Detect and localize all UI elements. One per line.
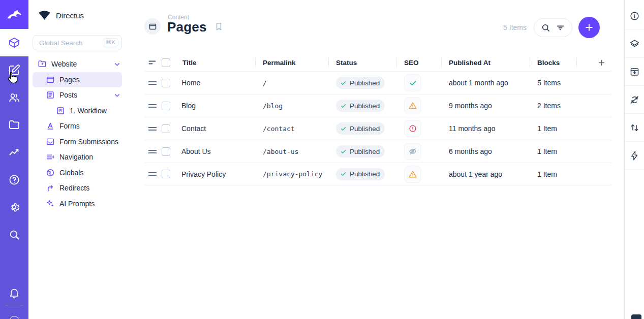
table-row[interactable]: Privacy Policy /privacy-policy Published… bbox=[144, 163, 612, 185]
module-search[interactable] bbox=[0, 221, 28, 248]
corner-up-right-arrow-icon bbox=[46, 183, 55, 193]
gear-icon bbox=[8, 201, 20, 213]
module-content[interactable] bbox=[0, 29, 28, 56]
sidebar-section-import-export[interactable] bbox=[625, 114, 644, 142]
column-header-permalink[interactable]: Permalink bbox=[255, 54, 328, 71]
module-help[interactable] bbox=[0, 166, 28, 194]
drag-handle-icon[interactable] bbox=[144, 126, 158, 131]
row-checkbox[interactable] bbox=[162, 170, 170, 178]
sidebar-item-redirects[interactable]: Redirects bbox=[33, 180, 122, 196]
item-count: 5 Items bbox=[503, 23, 527, 31]
bookmark-button[interactable] bbox=[214, 21, 224, 32]
cell-permalink: /blog bbox=[255, 102, 328, 110]
account-circle-icon[interactable] bbox=[9, 316, 19, 319]
seo-warning-icon bbox=[404, 97, 421, 114]
manual-sort-button[interactable] bbox=[144, 54, 158, 71]
search-button[interactable] bbox=[541, 23, 550, 33]
sidebar-item-label: AI Prompts bbox=[59, 200, 122, 208]
page-header: Content Pages 5 Items bbox=[144, 13, 612, 40]
help-circle-icon bbox=[8, 174, 20, 186]
sidebar-item-website[interactable]: Website bbox=[33, 56, 122, 72]
directus-app: Directus Global Search ⌘K Website Pages … bbox=[0, 0, 644, 319]
mouse-cursor bbox=[7, 72, 18, 84]
sidebar-item-label: Forms bbox=[59, 122, 122, 130]
sidebar-section-archive[interactable] bbox=[625, 58, 644, 86]
module-files[interactable] bbox=[0, 111, 28, 139]
navigation-sidebar: Directus Global Search ⌘K Website Pages … bbox=[28, 0, 130, 319]
drag-handle-icon[interactable] bbox=[144, 104, 158, 108]
sidebar-item-label: 1. Workflow bbox=[70, 107, 122, 115]
module-insights[interactable] bbox=[0, 139, 28, 166]
chevron-down-icon[interactable] bbox=[113, 91, 121, 99]
right-sidebar bbox=[624, 0, 644, 319]
notifications-button[interactable] bbox=[0, 279, 28, 307]
row-checkbox[interactable] bbox=[162, 102, 170, 110]
kanban-icon bbox=[56, 106, 65, 115]
drag-handle-icon[interactable] bbox=[144, 172, 158, 176]
sidebar-section-info[interactable] bbox=[625, 2, 644, 30]
sidebar-item-form-submissions[interactable]: Form Submissions bbox=[33, 134, 122, 149]
inbox-icon bbox=[46, 137, 55, 146]
row-checkbox[interactable] bbox=[162, 124, 170, 133]
table-row[interactable]: Blog /blog Published 9 months ago 2 Item… bbox=[144, 94, 612, 117]
sidebar-item-workflow[interactable]: 1. Workflow bbox=[33, 103, 122, 118]
cell-blocks: 1 Item bbox=[530, 170, 576, 178]
check-icon bbox=[340, 125, 347, 132]
cell-permalink: /privacy-policy bbox=[255, 170, 328, 178]
sidebar-section-layers[interactable] bbox=[625, 30, 644, 58]
check-icon bbox=[340, 103, 347, 109]
cell-title: About Us bbox=[175, 147, 255, 155]
sidebar-item-forms[interactable]: Forms bbox=[33, 118, 122, 134]
sidebar-item-posts[interactable]: Posts bbox=[33, 87, 122, 103]
info-icon bbox=[629, 11, 640, 21]
select-all-checkbox[interactable] bbox=[162, 58, 170, 67]
cell-title: Privacy Policy bbox=[175, 170, 255, 178]
collection-icon-badge bbox=[144, 18, 161, 35]
sidebar-item-ai-prompts[interactable]: AI Prompts bbox=[33, 196, 122, 211]
drag-handle-icon[interactable] bbox=[144, 149, 158, 154]
column-header-blocks[interactable]: Blocks bbox=[530, 54, 576, 71]
global-search-input[interactable]: Global Search ⌘K bbox=[33, 35, 122, 50]
column-header-title[interactable]: Title bbox=[175, 54, 255, 71]
cell-title: Blog bbox=[175, 102, 255, 110]
browser-window-icon bbox=[46, 75, 55, 84]
directus-logo[interactable] bbox=[0, 0, 28, 28]
module-users[interactable] bbox=[0, 84, 28, 111]
column-header-published-at[interactable]: Published At bbox=[441, 54, 530, 71]
sidebar-item-pages[interactable]: Pages bbox=[33, 72, 122, 87]
table-row[interactable]: Home / Published about 1 month ago 5 Ite… bbox=[144, 71, 612, 94]
column-header-seo[interactable]: SEO bbox=[396, 54, 441, 71]
filter-icon bbox=[556, 23, 565, 33]
table-row[interactable]: About Us /about-us Published 6 months ag… bbox=[144, 140, 612, 163]
global-search-placeholder: Global Search bbox=[39, 39, 99, 47]
check-icon bbox=[340, 148, 347, 155]
layers-icon bbox=[629, 39, 640, 49]
drag-handle-icon[interactable] bbox=[144, 81, 158, 85]
module-settings[interactable] bbox=[0, 194, 28, 221]
sidebar-section-flows[interactable] bbox=[625, 142, 644, 170]
cell-blocks: 1 Item bbox=[530, 147, 576, 155]
column-header-status[interactable]: Status bbox=[328, 54, 396, 71]
row-checkbox[interactable] bbox=[162, 79, 170, 87]
plus-icon bbox=[597, 58, 606, 67]
cell-published-at: 11 months ago bbox=[441, 124, 530, 133]
swap-vertical-icon bbox=[629, 122, 640, 133]
sidebar-item-globals[interactable]: Globals bbox=[33, 165, 122, 180]
sidebar-section-sync-disabled[interactable] bbox=[625, 86, 644, 114]
row-checkbox[interactable] bbox=[162, 147, 170, 156]
folder-icon bbox=[8, 119, 20, 131]
cell-blocks: 5 Items bbox=[530, 79, 576, 87]
sidebar-item-label: Globals bbox=[59, 169, 122, 177]
rabbit-logo-icon bbox=[7, 9, 22, 20]
sidebar-item-label: Redirects bbox=[59, 184, 122, 192]
add-item-button[interactable] bbox=[578, 17, 600, 38]
add-column-button[interactable] bbox=[576, 54, 612, 71]
chevron-down-icon[interactable] bbox=[113, 60, 121, 68]
sidebar-item-label: Pages bbox=[59, 76, 122, 84]
sidebar-toggle-icon[interactable] bbox=[631, 314, 641, 319]
keyboard-shortcut-badge: ⌘K bbox=[103, 38, 118, 47]
filter-button[interactable] bbox=[556, 23, 565, 33]
project-logo[interactable]: Directus bbox=[38, 8, 84, 22]
sidebar-item-navigation[interactable]: Navigation bbox=[33, 149, 122, 165]
table-row[interactable]: Contact /contact Published 11 months ago… bbox=[144, 117, 612, 140]
